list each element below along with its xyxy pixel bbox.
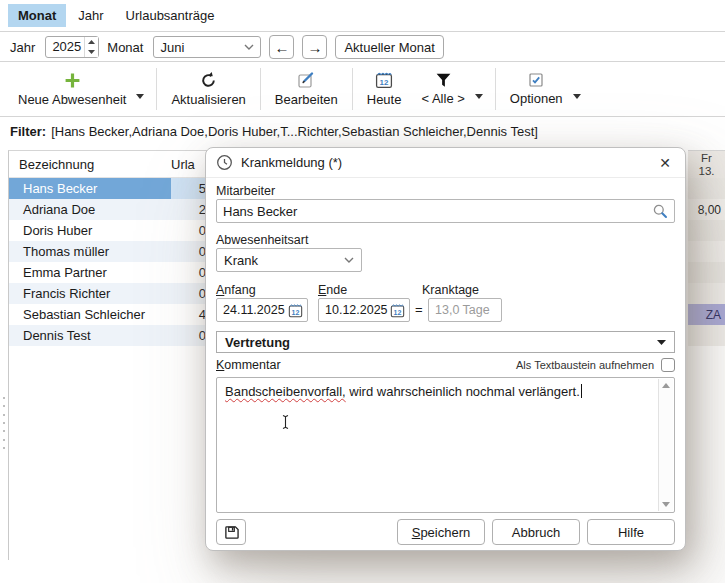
employee-name-cell: Doris Huber	[9, 223, 171, 238]
filter-all-button[interactable]: < Alle >	[411, 70, 474, 108]
options-group: Optionen	[500, 66, 589, 112]
month-combobox[interactable]: Juni	[153, 36, 261, 58]
tab-monat[interactable]: Monat	[8, 4, 66, 27]
scroll-down-icon[interactable]	[662, 502, 670, 507]
mitarbeiter-field[interactable]: Hans Becker	[216, 199, 675, 223]
search-icon[interactable]	[652, 203, 668, 219]
ende-date-field[interactable]: 10.12.2025 12	[318, 298, 410, 322]
chevron-down-icon	[344, 257, 354, 263]
textbaustein-label: Als Textbaustein aufnehmen	[516, 359, 654, 371]
kranktage-value: 13,0 Tage	[435, 303, 490, 317]
abbruch-button[interactable]: Abbruch	[492, 519, 580, 545]
day-cell[interactable]	[688, 220, 725, 241]
kommentar-header-row: Kommentar Als Textbaustein aufnehmen	[216, 358, 675, 372]
jahr-label: Jahr	[10, 40, 35, 55]
toolbar-separator	[495, 68, 496, 110]
speichern-button[interactable]: Speichern	[397, 519, 485, 545]
year-value[interactable]: 2025	[46, 37, 84, 57]
employee-name-cell: Sebastian Schleicher	[9, 307, 171, 322]
today-button[interactable]: 12 Heute	[357, 66, 412, 112]
anfang-date-field[interactable]: 24.11.2025 12	[216, 298, 308, 322]
mitarbeiter-value: Hans Becker	[223, 204, 652, 219]
table-row[interactable]: Francis Richter 0	[9, 283, 207, 304]
day-column-header: Fr 13.	[688, 150, 725, 178]
anfang-label: Anfang	[216, 283, 256, 297]
options-label: Optionen	[510, 91, 563, 106]
table-row[interactable]: Doris Huber 0	[9, 220, 207, 241]
svg-text:12: 12	[380, 78, 389, 87]
calendar-icon: 12	[375, 71, 393, 89]
close-icon[interactable]: ✕	[655, 153, 675, 173]
filter-dropdown-icon[interactable]	[475, 94, 483, 99]
table-row[interactable]: Hans Becker 5	[9, 178, 207, 199]
year-down-icon[interactable]	[85, 47, 98, 57]
options-dropdown-icon[interactable]	[573, 94, 581, 99]
new-absence-button[interactable]: Neue Abwesenheit	[8, 70, 136, 109]
abwesenheitsart-select[interactable]: Krank	[216, 248, 362, 272]
day-cell[interactable]	[688, 325, 725, 346]
kommentar-textarea[interactable]: Bandscheibenvorfall, wird wahrscheinlich…	[216, 377, 675, 513]
today-label: Heute	[367, 92, 402, 107]
toolbar-separator	[352, 68, 353, 110]
employee-table: Bezeichnung Urla Hans Becker 5 Adriana D…	[8, 150, 207, 560]
new-absence-dropdown-icon[interactable]	[136, 94, 144, 99]
year-up-icon[interactable]	[85, 37, 98, 47]
table-row[interactable]: Sebastian Schleicher 4	[9, 304, 207, 325]
svg-text:12: 12	[292, 308, 300, 315]
table-row[interactable]: Thomas müller 0	[9, 241, 207, 262]
employee-name-cell: Dennis Test	[9, 328, 171, 343]
urlaub-value-cell: 4	[171, 307, 207, 322]
kranktage-field: 13,0 Tage	[428, 298, 502, 322]
ende-label: Ende	[318, 283, 347, 297]
pane-splitter-handle[interactable]	[1, 397, 6, 449]
period-navigation: Jahr 2025 Monat Juni ← → Aktueller Monat	[0, 33, 725, 62]
urlaub-value-cell: 5	[171, 178, 207, 199]
next-month-button[interactable]: →	[302, 35, 327, 59]
floppy-disk-icon	[224, 525, 239, 540]
day-cell[interactable]	[688, 178, 725, 199]
monat-label: Monat	[107, 40, 143, 55]
column-header-urlaub[interactable]: Urla	[171, 157, 207, 172]
edit-label: Bearbeiten	[275, 92, 338, 107]
year-spinner[interactable]: 2025	[45, 36, 99, 58]
refresh-button[interactable]: Aktualisieren	[161, 66, 255, 112]
day-cell[interactable]	[688, 241, 725, 262]
scroll-up-icon[interactable]	[662, 383, 670, 388]
new-absence-label: Neue Abwesenheit	[18, 92, 126, 107]
chevron-down-icon	[244, 44, 254, 50]
vertretung-section-header[interactable]: Vertretung	[216, 331, 675, 353]
tab-jahr[interactable]: Jahr	[68, 4, 113, 27]
column-header-bezeichnung[interactable]: Bezeichnung	[9, 157, 171, 172]
employee-name-cell: Thomas müller	[9, 244, 171, 259]
ibeam-cursor-icon	[281, 414, 290, 430]
day-cell[interactable]: 8,00	[688, 199, 725, 220]
abwesenheitsart-value: Krank	[224, 253, 258, 268]
calendar-icon[interactable]: 12	[390, 303, 405, 318]
textbaustein-checkbox[interactable]	[661, 358, 675, 372]
table-header: Bezeichnung Urla	[9, 151, 207, 178]
refresh-icon	[200, 72, 217, 89]
calendar-icon[interactable]: 12	[288, 303, 303, 318]
year-spin-buttons	[84, 37, 98, 57]
svg-text:12: 12	[394, 308, 402, 315]
options-button[interactable]: Optionen	[500, 70, 573, 108]
dialog-title: Krankmeldung (*)	[241, 155, 647, 170]
table-row[interactable]: Emma Partner 0	[9, 262, 207, 283]
textarea-scrollbar[interactable]	[658, 379, 673, 511]
tab-urlaubsantraege[interactable]: Urlaubsanträge	[116, 4, 225, 27]
quick-save-button[interactable]	[216, 519, 246, 545]
table-row[interactable]: Adriana Doe 2	[9, 199, 207, 220]
previous-month-button[interactable]: ←	[269, 35, 294, 59]
day-cell[interactable]	[688, 262, 725, 283]
day-cell-za-badge[interactable]: ZA	[688, 304, 725, 325]
urlaub-value-cell: 0	[171, 223, 207, 238]
current-month-button[interactable]: Aktueller Monat	[335, 35, 443, 59]
abwesenheitsart-label: Abwesenheitsart	[216, 233, 308, 247]
hilfe-button[interactable]: Hilfe	[587, 519, 675, 545]
table-row[interactable]: Dennis Test 0	[9, 325, 207, 346]
toolbar-separator	[260, 68, 261, 110]
day-cell[interactable]	[688, 283, 725, 304]
edit-button[interactable]: Bearbeiten	[265, 66, 348, 112]
plus-icon	[64, 72, 81, 89]
urlaub-value-cell: 0	[171, 328, 207, 343]
